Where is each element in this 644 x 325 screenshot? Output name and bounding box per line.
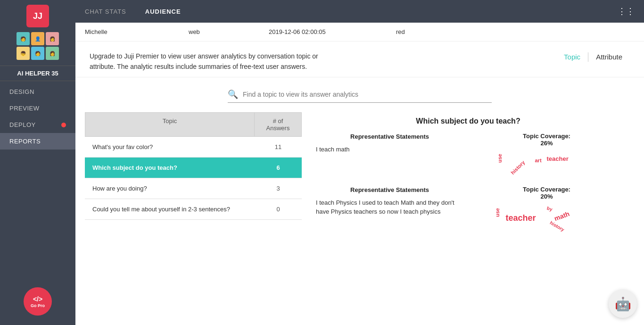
panel-title: Which subject do you teach? bbox=[316, 117, 620, 125]
table-header: Topic # of Answers bbox=[85, 112, 302, 137]
sidebar-nav: DESIGN PREVIEW DEPLOY REPORTS bbox=[0, 83, 75, 150]
sidebar-item-deploy[interactable]: DEPLOY bbox=[0, 117, 75, 133]
statement-block-2: Representative Statements I teach Physic… bbox=[316, 186, 463, 232]
topic-attribute-tabs: Topic Attribute bbox=[556, 51, 630, 63]
logo[interactable]: JJ bbox=[26, 5, 49, 27]
coverage-block-2: Topic Coverage: 20% use teacher math his… bbox=[473, 186, 620, 232]
statement-text-2: I teach Physics I used to teach Math and… bbox=[316, 198, 463, 217]
search-area: 🔍 bbox=[75, 77, 644, 112]
main-content: CHAT STATS AUDIENCE ⋮⋮ Michelle web 2019… bbox=[75, 0, 644, 325]
table-row[interactable]: Could you tell me about yourself in 2-3 … bbox=[85, 199, 302, 220]
statement-label-1: Representative Statements bbox=[316, 133, 463, 141]
topic-count: 0 bbox=[255, 199, 302, 219]
bot-emoji: 🤖 bbox=[615, 296, 631, 312]
statement-block-1: Representative Statements I teach math bbox=[316, 133, 463, 176]
date: 2019-12-06 02:00:05 bbox=[269, 28, 387, 35]
word-teacher: teacher bbox=[547, 155, 569, 162]
logo-text: JJ bbox=[33, 11, 42, 21]
word-use: use bbox=[497, 154, 503, 163]
search-box: 🔍 bbox=[228, 89, 492, 103]
topic-count: 6 bbox=[255, 158, 302, 178]
topic-name: What's your fav color? bbox=[85, 137, 255, 157]
topic-name: Could you tell me about yourself in 2-3 … bbox=[85, 199, 255, 219]
go-pro-label: Go Pro bbox=[31, 303, 45, 308]
search-input[interactable] bbox=[243, 91, 492, 98]
word-teacher-2: teacher bbox=[506, 213, 536, 223]
topic-name: How are you doing? bbox=[85, 178, 255, 199]
topic-count: 11 bbox=[255, 137, 302, 157]
go-pro-icon: </> bbox=[33, 295, 42, 303]
col-topic-header: Topic bbox=[85, 113, 254, 136]
coverage-pct-1: 26% bbox=[540, 140, 553, 147]
platform: web bbox=[189, 28, 259, 35]
deploy-badge bbox=[61, 123, 66, 127]
word-use-2: use bbox=[495, 208, 500, 217]
table-row-selected[interactable]: Which subject do you teach? 6 bbox=[85, 158, 302, 178]
avatar: 🧑 bbox=[31, 47, 44, 60]
coverage-label-1: Topic Coverage: bbox=[523, 133, 570, 140]
right-panel: Which subject do you teach? Representati… bbox=[302, 112, 635, 237]
bot-icon[interactable]: 🤖 bbox=[609, 290, 637, 318]
ai-helper-title: AI HELPER 35 bbox=[0, 66, 75, 81]
sidebar-item-reports[interactable]: REPORTS bbox=[0, 133, 75, 150]
status: red bbox=[396, 28, 443, 35]
user-name: Michelle bbox=[85, 28, 179, 35]
avatar: 🧑 bbox=[17, 32, 30, 45]
coverage-pct-2: 20% bbox=[540, 193, 553, 200]
word-cloud-1: use history art teacher bbox=[500, 150, 594, 176]
tab-attribute[interactable]: Attribute bbox=[588, 51, 630, 63]
coverage-label-2: Topic Coverage: bbox=[523, 186, 570, 193]
topic-name: Which subject do you teach? bbox=[85, 158, 255, 178]
sidebar-item-design[interactable]: DESIGN bbox=[0, 83, 75, 100]
table-row[interactable]: What's your fav color? 11 bbox=[85, 137, 302, 158]
coverage-block-1: Topic Coverage: 26% use history art teac… bbox=[473, 133, 620, 176]
upgrade-section: Upgrade to Juji Premier to view user ans… bbox=[75, 42, 644, 77]
word-art: art bbox=[535, 158, 542, 163]
col-answers-header: # of Answers bbox=[254, 113, 301, 136]
analytics-section: Topic # of Answers What's your fav color… bbox=[75, 112, 644, 237]
word-by-2: by bbox=[546, 205, 553, 212]
avatar: 👩 bbox=[46, 47, 59, 60]
word-math-2: math bbox=[553, 210, 570, 222]
avatar: 👤 bbox=[31, 32, 44, 45]
data-row: Michelle web 2019-12-06 02:00:05 red bbox=[75, 23, 644, 42]
statement-text-1: I teach math bbox=[316, 145, 463, 154]
top-nav: CHAT STATS AUDIENCE ⋮⋮ bbox=[75, 0, 644, 23]
table-row[interactable]: How are you doing? 3 bbox=[85, 178, 302, 199]
topic-count: 3 bbox=[255, 178, 302, 199]
sidebar-item-preview[interactable]: PREVIEW bbox=[0, 100, 75, 117]
sidebar: JJ 🧑 👤 👩 👦 🧑 👩 AI HELPER 35 DESIGN PREVI… bbox=[0, 0, 75, 325]
grid-icon[interactable]: ⋮⋮ bbox=[618, 6, 635, 17]
word-cloud-2: use teacher math history by bbox=[497, 204, 596, 232]
tab-topic[interactable]: Topic bbox=[556, 51, 588, 63]
upgrade-text: Upgrade to Juji Premier to view user ans… bbox=[90, 51, 325, 72]
avatar-grid: 🧑 👤 👩 👦 🧑 👩 bbox=[17, 32, 59, 60]
avatar: 👩 bbox=[46, 32, 59, 45]
go-pro-button[interactable]: </> Go Pro bbox=[24, 287, 52, 316]
avatar: 👦 bbox=[17, 47, 30, 60]
top-nav-links: CHAT STATS AUDIENCE bbox=[85, 6, 181, 17]
topics-table: Topic # of Answers What's your fav color… bbox=[85, 112, 302, 237]
nav-audience[interactable]: AUDIENCE bbox=[145, 6, 181, 17]
top-nav-right: ⋮⋮ bbox=[618, 6, 635, 17]
nav-chat-stats[interactable]: CHAT STATS bbox=[85, 6, 126, 17]
content-area: Michelle web 2019-12-06 02:00:05 red Upg… bbox=[75, 23, 644, 325]
word-history: history bbox=[510, 159, 526, 175]
statement-label-2: Representative Statements bbox=[316, 186, 463, 194]
search-icon: 🔍 bbox=[228, 89, 238, 100]
